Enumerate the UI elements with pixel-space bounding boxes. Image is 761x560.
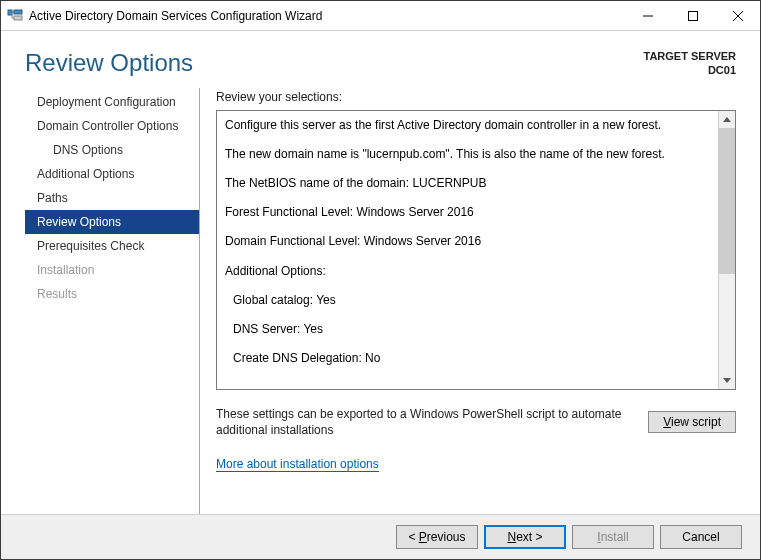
footer: < Previous Next > Install Cancel — [1, 514, 760, 559]
svg-rect-0 — [8, 10, 12, 15]
scroll-down-icon[interactable] — [719, 372, 735, 389]
window-title: Active Directory Domain Services Configu… — [29, 9, 625, 23]
titlebar: Active Directory Domain Services Configu… — [1, 1, 760, 31]
review-label: Review your selections: — [216, 90, 736, 104]
review-subline: DNS Server: Yes — [225, 321, 710, 337]
next-button[interactable]: Next > — [484, 525, 566, 549]
page-title: Review Options — [25, 49, 193, 77]
review-line: Configure this server as the first Activ… — [225, 117, 710, 133]
install-button[interactable]: Install — [572, 525, 654, 549]
app-icon — [7, 8, 23, 24]
review-line: The new domain name is "lucernpub.com". … — [225, 146, 710, 162]
view-script-button[interactable]: View script — [648, 411, 736, 433]
export-description: These settings can be exported to a Wind… — [216, 406, 636, 440]
maximize-button[interactable] — [670, 1, 715, 30]
scrollbar-thumb[interactable] — [719, 128, 735, 274]
main-panel: Review your selections: Configure this s… — [200, 88, 760, 514]
export-row: These settings can be exported to a Wind… — [216, 406, 736, 440]
svg-marker-10 — [723, 117, 731, 122]
previous-button[interactable]: < Previous — [396, 525, 478, 549]
sidebar-item-additional-options[interactable]: Additional Options — [25, 162, 199, 186]
review-line: Additional Options: — [225, 263, 710, 279]
scrollbar[interactable] — [718, 111, 735, 389]
svg-rect-1 — [14, 10, 22, 14]
review-subline: Create DNS Delegation: No — [225, 350, 710, 366]
close-button[interactable] — [715, 1, 760, 30]
sidebar-item-domain-controller-options[interactable]: Domain Controller Options — [25, 114, 199, 138]
scroll-up-icon[interactable] — [719, 111, 735, 128]
review-text: Configure this server as the first Activ… — [217, 111, 718, 389]
sidebar-item-results: Results — [25, 282, 199, 306]
review-line: Forest Functional Level: Windows Server … — [225, 204, 710, 220]
svg-marker-11 — [723, 378, 731, 383]
svg-rect-7 — [688, 11, 697, 20]
window-controls — [625, 1, 760, 30]
sidebar-item-dns-options[interactable]: DNS Options — [25, 138, 199, 162]
target-server-label: TARGET SERVER — [644, 49, 737, 63]
sidebar-item-deployment-configuration[interactable]: Deployment Configuration — [25, 90, 199, 114]
minimize-button[interactable] — [625, 1, 670, 30]
scrollbar-track[interactable] — [719, 128, 735, 372]
cancel-button[interactable]: Cancel — [660, 525, 742, 549]
wizard-steps-sidebar: Deployment ConfigurationDomain Controlle… — [25, 88, 200, 514]
more-about-link[interactable]: More about installation options — [216, 457, 379, 472]
sidebar-item-installation: Installation — [25, 258, 199, 282]
sidebar-item-prerequisites-check[interactable]: Prerequisites Check — [25, 234, 199, 258]
review-selections-box: Configure this server as the first Activ… — [216, 110, 736, 390]
svg-rect-2 — [14, 16, 22, 20]
header: Review Options TARGET SERVER DC01 — [1, 31, 760, 88]
review-line: Domain Functional Level: Windows Server … — [225, 233, 710, 249]
review-line: The NetBIOS name of the domain: LUCERNPU… — [225, 175, 710, 191]
target-server-block: TARGET SERVER DC01 — [644, 49, 737, 78]
target-server-name: DC01 — [644, 63, 737, 77]
sidebar-item-paths[interactable]: Paths — [25, 186, 199, 210]
sidebar-item-review-options[interactable]: Review Options — [25, 210, 199, 234]
content-area: Deployment ConfigurationDomain Controlle… — [1, 88, 760, 514]
review-subline: Global catalog: Yes — [225, 292, 710, 308]
wizard-window: Active Directory Domain Services Configu… — [0, 0, 761, 560]
